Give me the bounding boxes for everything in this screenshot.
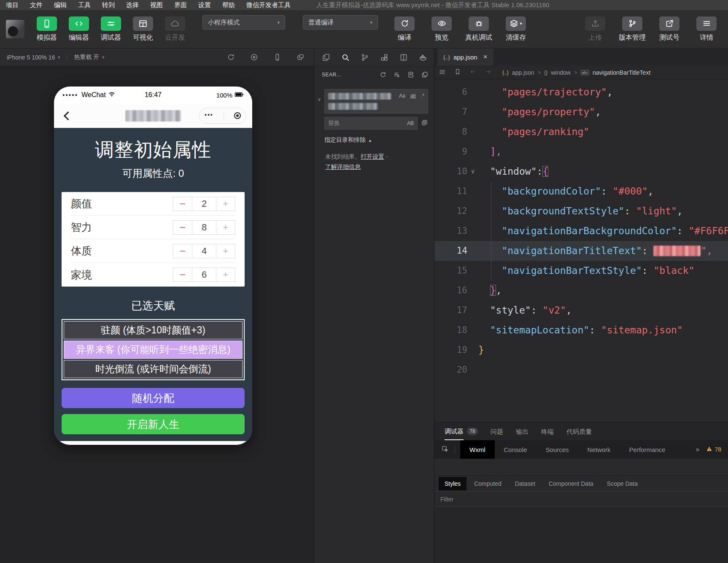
more-tabs-chevron[interactable]: » — [696, 446, 700, 453]
code-editor[interactable]: 6 "pages/trajectory",7 "pages/property",… — [434, 80, 728, 422]
arrow-right-icon[interactable] — [485, 68, 491, 75]
debugger-tab-代码质量[interactable]: 代码质量 — [566, 422, 592, 440]
breadcrumb-item[interactable]: navigationBarTitleText — [593, 69, 650, 76]
learn-more-link[interactable]: 了解详细信息 — [325, 163, 361, 170]
tool-可视化[interactable]: 可视化 — [129, 16, 157, 42]
breadcrumb-item[interactable]: window — [551, 69, 571, 76]
devtools-tab-Console[interactable]: Console — [495, 440, 537, 459]
start-life-button[interactable]: 开启新人生 — [62, 414, 245, 434]
guide-icon[interactable] — [399, 53, 408, 62]
match-case-toggle[interactable]: Aa — [398, 92, 406, 99]
code-line-7[interactable]: 7 "pages/property", — [434, 102, 728, 122]
code-line-20[interactable]: 20 — [434, 360, 728, 380]
random-assign-button[interactable]: 随机分配 — [62, 388, 245, 408]
compile-select[interactable]: 普通编译 ▾ — [303, 15, 378, 30]
decrease-button[interactable]: − — [173, 244, 192, 258]
menu-item[interactable]: 工具 — [78, 1, 91, 9]
code-line-11[interactable]: 11 "backgroundColor": "#000", — [434, 181, 728, 201]
tool-预览[interactable]: 预览 — [428, 16, 456, 42]
tool-详情[interactable]: 详情 — [693, 16, 720, 42]
reload-icon[interactable] — [227, 53, 235, 61]
inspect-icon[interactable] — [441, 445, 449, 453]
tool-测试号[interactable]: 测试号 — [655, 16, 683, 42]
tool-编译[interactable]: 编译 — [391, 16, 418, 42]
debugger-tab-调试器[interactable]: 调试器78 — [445, 422, 478, 440]
increase-button[interactable]: + — [216, 268, 235, 282]
hot-reload-toggle[interactable]: 热重载 开 ▾ — [74, 54, 104, 61]
code-line-13[interactable]: 13 "navigationBarBackgroundColor": "#F6F… — [434, 221, 728, 241]
talent-item[interactable]: 异界来客 (你可能听到一些绝密消息) — [64, 341, 243, 359]
bookmark-icon[interactable] — [454, 68, 461, 75]
menu-item[interactable]: 微信开发者工具 — [246, 1, 291, 9]
subtab-Styles[interactable]: Styles — [439, 477, 466, 490]
talent-item[interactable]: 时光倒流 (或许时间会倒流) — [64, 360, 243, 378]
code-line-12[interactable]: 12 "backgroundTextStyle": "light", — [434, 201, 728, 221]
talent-item[interactable]: 驻颜 (体质>10时颜值+3) — [64, 321, 243, 339]
menu-item[interactable]: 界面 — [174, 1, 187, 9]
menu-item[interactable]: 编辑 — [54, 1, 67, 9]
stop-icon[interactable] — [250, 53, 258, 61]
devtools-tab-Performance[interactable]: Performance — [620, 440, 675, 459]
subtab-Computed[interactable]: Computed — [468, 477, 507, 490]
increase-button[interactable]: + — [216, 197, 235, 211]
search-icon[interactable] — [341, 53, 350, 62]
bookmark-icon[interactable] — [454, 68, 461, 76]
code-line-8[interactable]: 8 "pages/ranking" — [434, 122, 728, 142]
outline-list-icon[interactable] — [439, 68, 446, 76]
device-selector[interactable]: iPhone 5 100% 16 ▾ — [7, 54, 60, 61]
more-dots-icon[interactable]: ••• — [205, 111, 213, 120]
preserve-case-toggle[interactable]: AB — [407, 120, 414, 126]
decrease-button[interactable]: − — [173, 268, 192, 282]
mode-select[interactable]: 小程序模式 ▾ — [202, 15, 285, 30]
tool-云开发[interactable]: 云开发 — [161, 16, 189, 42]
increase-button[interactable]: + — [216, 244, 235, 258]
devtools-tab-Network[interactable]: Network — [578, 440, 620, 459]
breadcrumb-item[interactable]: app.json — [512, 69, 534, 76]
files-include-toggle[interactable]: 指定目录和排除▲ — [318, 136, 428, 144]
files-icon[interactable] — [322, 53, 330, 62]
arrow-left-icon[interactable] — [469, 68, 476, 76]
code-line-6[interactable]: 6 "pages/trajectory", — [434, 82, 728, 102]
toggle-replace-chevron-icon[interactable]: ∨ — [318, 97, 324, 102]
arrow-left-icon[interactable] — [469, 68, 476, 75]
menu-item[interactable]: 项目 — [6, 1, 19, 9]
tool-上传[interactable]: 上传 — [581, 16, 609, 42]
code-line-19[interactable]: 19} — [434, 340, 728, 360]
tool-清缓存[interactable]: ▾清缓存 — [502, 16, 530, 42]
refresh-icon[interactable] — [380, 71, 386, 78]
tool-调试器[interactable]: 调试器 — [97, 16, 125, 42]
debugger-tab-输出[interactable]: 输出 — [516, 422, 528, 440]
outline-list-icon[interactable] — [439, 68, 446, 77]
avatar[interactable] — [6, 20, 24, 38]
debugger-tab-终端[interactable]: 终端 — [541, 422, 554, 440]
decrease-button[interactable]: − — [173, 220, 192, 235]
target-icon[interactable] — [234, 112, 241, 119]
tool-编辑器[interactable]: 编辑器 — [65, 16, 93, 42]
search-input[interactable]: Aa ab .* — [324, 89, 428, 114]
code-line-10[interactable]: 10∨ "window":{ — [434, 162, 728, 181]
menu-item[interactable]: 设置 — [198, 1, 211, 9]
styles-filter-input[interactable]: Filter — [434, 492, 728, 507]
devtools-tab-Wxml[interactable]: Wxml — [460, 440, 495, 459]
fold-chevron-icon[interactable]: ∨ — [467, 162, 478, 181]
windows-icon[interactable] — [297, 53, 305, 61]
devtools-tab-Sources[interactable]: Sources — [537, 440, 578, 459]
blocks-icon[interactable] — [380, 53, 388, 62]
menu-item[interactable]: 选择 — [126, 1, 139, 9]
menu-item[interactable]: 帮助 — [222, 1, 235, 9]
arrow-right-icon[interactable] — [485, 68, 491, 76]
tool-模拟器[interactable]: 模拟器 — [33, 16, 61, 42]
warning-counter[interactable]: 78 — [706, 446, 721, 453]
tool-版本管理[interactable]: 版本管理 — [618, 16, 646, 42]
code-line-14[interactable]: 14 "navigationBarTitleText": ", — [434, 241, 728, 261]
subtab-Dataset[interactable]: Dataset — [509, 477, 541, 490]
code-line-9[interactable]: 9 ], — [434, 142, 728, 162]
tool-真机调试[interactable]: 真机调试 — [465, 16, 493, 42]
replace-all-icon[interactable] — [421, 119, 428, 126]
code-line-16[interactable]: 16 }, — [434, 281, 728, 300]
whole-word-toggle[interactable]: ab — [410, 92, 417, 99]
branch-icon[interactable] — [361, 53, 369, 62]
increase-button[interactable]: + — [216, 220, 235, 235]
menu-item[interactable]: 文件 — [30, 1, 43, 9]
regex-toggle[interactable]: .* — [420, 92, 425, 99]
